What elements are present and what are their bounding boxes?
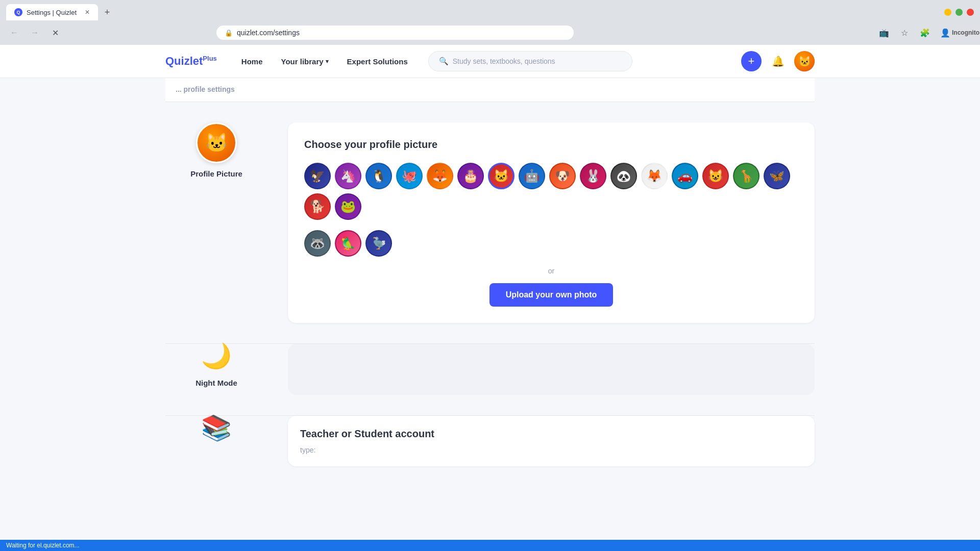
avatar-option-18[interactable]: 🐸 (335, 193, 361, 220)
night-mode-section: 🌙 Night Mode (165, 343, 815, 415)
or-divider: or (304, 267, 798, 275)
upload-photo-button[interactable]: Upload your own photo (489, 283, 614, 307)
avatar-icon-4: 🐙 (397, 164, 422, 188)
forward-button[interactable]: → (27, 24, 43, 41)
app-nav-container: QuizletPlus Home Your library ▾ Expert S… (0, 45, 980, 78)
browser-title-bar: Q Settings | Quizlet ✕ + (0, 0, 980, 20)
avatar-icon-13: 🚗 (673, 164, 697, 188)
app-nav: QuizletPlus Home Your library ▾ Expert S… (153, 45, 827, 78)
avatar-grid: 🦅 🦄 🐧 🐙 🦊 (304, 163, 798, 220)
browser-chrome: Q Settings | Quizlet ✕ + ← → ✕ 🔒 quizlet… (0, 0, 980, 45)
avatar-icon-10: 🐰 (581, 164, 605, 188)
new-tab-button[interactable]: + (100, 5, 114, 19)
browser-toolbar: ← → ✕ 🔒 quizlet.com/settings 📺 ☆ 🧩 👤 Inc… (0, 20, 980, 45)
profile-picture-section: 🐱 Profile Picture Choose your profile pi… (165, 102, 815, 343)
url-text: quizlet.com/settings (237, 29, 300, 37)
section-right-profile: Choose your profile picture 🦅 🦄 🐧 (288, 122, 815, 323)
nav-links: Home Your library ▾ Expert Solutions (233, 53, 416, 70)
night-mode-panel (288, 344, 815, 395)
back-button[interactable]: ← (6, 24, 22, 41)
avatar-icon-5: 🦊 (428, 164, 452, 188)
profile-picture-label: Profile Picture (190, 169, 242, 178)
bookmark-icon[interactable]: ☆ (896, 24, 913, 41)
profile-picture-title: Choose your profile picture (304, 139, 798, 151)
extension-icon[interactable]: 🧩 (917, 24, 933, 41)
avatar-icon-1: 🦅 (305, 164, 330, 188)
bell-icon: 🔔 (772, 55, 785, 67)
page-container: ... profile settings 🐱 Profile Picture C… (153, 78, 827, 487)
search-icon: 🔍 (439, 57, 449, 66)
avatar-option-3[interactable]: 🐧 (365, 163, 392, 189)
avatar-icon-21: 🦤 (366, 231, 391, 256)
avatar-option-13[interactable]: 🚗 (672, 163, 698, 189)
tab-favicon: Q (14, 8, 22, 16)
avatar-icon-15: 🦒 (734, 164, 758, 188)
avatar-option-14[interactable]: 😺 (702, 163, 729, 189)
profile-icon[interactable]: 👤 (937, 24, 953, 41)
tab-close-icon[interactable]: ✕ (85, 9, 90, 16)
avatar-icon-20: 🦜 (336, 231, 360, 256)
avatar-icon-6: 🎂 (458, 164, 483, 188)
avatar-option-1[interactable]: 🦅 (304, 163, 331, 189)
avatar-option-21[interactable]: 🦤 (365, 230, 392, 257)
avatar-icon-17: 🐕 (305, 194, 330, 219)
profile-picture-preview: 🐱 (196, 122, 237, 163)
avatar-option-20[interactable]: 🦜 (335, 230, 361, 257)
avatar-icon-19: 🦝 (305, 231, 330, 256)
create-button[interactable]: + (741, 51, 762, 71)
avatar-icon-7: 🐱 (489, 164, 513, 188)
avatar-option-7[interactable]: 🐱 (488, 163, 514, 189)
teacher-student-panel: Teacher or Student account type: (288, 416, 815, 466)
quizlet-logo[interactable]: QuizletPlus (165, 55, 217, 68)
avatar-icon-8: 🤖 (520, 164, 544, 188)
nav-your-library[interactable]: Your library ▾ (273, 53, 337, 70)
teacher-student-type: type: (300, 446, 802, 454)
avatar-option-15[interactable]: 🦒 (733, 163, 760, 189)
browser-tab[interactable]: Q Settings | Quizlet ✕ (6, 4, 98, 20)
avatar-option-10[interactable]: 🐰 (580, 163, 606, 189)
avatar-icon-18: 🐸 (336, 194, 360, 219)
avatar-option-5[interactable]: 🦊 (427, 163, 453, 189)
minimize-button[interactable] (944, 9, 951, 16)
teacher-student-title: Teacher or Student account (300, 428, 802, 440)
tab-title: Settings | Quizlet (27, 9, 77, 16)
user-avatar[interactable]: 🐱 (794, 51, 815, 71)
logo-text: QuizletPlus (165, 55, 217, 67)
avatar-image: 🐱 (794, 51, 815, 71)
avatar-icon-9: 🐶 (550, 164, 575, 188)
notification-button[interactable]: 🔔 (768, 51, 788, 71)
night-mode-label: Night Mode (195, 379, 237, 387)
toolbar-right: 📺 ☆ 🧩 👤 Incognito (876, 24, 974, 41)
nav-home[interactable]: Home (233, 53, 271, 70)
avatar-option-16[interactable]: 🦋 (764, 163, 790, 189)
cast-icon[interactable]: 📺 (876, 24, 892, 41)
avatar-option-2[interactable]: 🦄 (335, 163, 361, 189)
section-left-night: 🌙 Night Mode (165, 344, 267, 395)
search-placeholder: Study sets, textbooks, questions (453, 57, 555, 65)
nav-expert-solutions[interactable]: Expert Solutions (339, 53, 416, 70)
avatar-option-9[interactable]: 🐶 (549, 163, 576, 189)
avatar-icon-14: 😺 (703, 164, 728, 188)
teacher-icon: 📚 (201, 416, 232, 440)
security-icon: 🔒 (225, 29, 233, 37)
avatar-option-11[interactable]: 🐼 (610, 163, 637, 189)
avatar-option-12[interactable]: 🦊 (641, 163, 668, 189)
moon-icon: 🌙 (201, 344, 232, 368)
avatar-option-19[interactable]: 🦝 (304, 230, 331, 257)
avatar-option-6[interactable]: 🎂 (457, 163, 484, 189)
status-text: Waiting for el.quizlet.com... (6, 542, 80, 549)
address-bar[interactable]: 🔒 quizlet.com/settings (216, 26, 574, 40)
browser-status-bar: Waiting for el.quizlet.com... (0, 540, 980, 551)
avatar-option-4[interactable]: 🐙 (396, 163, 423, 189)
avatar-icon-12: 🦊 (642, 164, 667, 188)
avatar-option-17[interactable]: 🐕 (304, 193, 331, 220)
stop-button[interactable]: ✕ (47, 24, 63, 41)
restore-button[interactable] (955, 9, 963, 16)
settings-tab-profile[interactable]: ... profile settings (165, 78, 245, 102)
close-button[interactable] (967, 9, 974, 16)
avatar-grid-row2: 🦝 🦜 🦤 (304, 230, 798, 257)
main-content: ... profile settings 🐱 Profile Picture C… (0, 78, 980, 551)
teacher-student-section: 📚 Teacher or Student account type: (165, 415, 815, 487)
avatar-option-8[interactable]: 🤖 (519, 163, 545, 189)
search-bar[interactable]: 🔍 Study sets, textbooks, questions (428, 51, 632, 71)
